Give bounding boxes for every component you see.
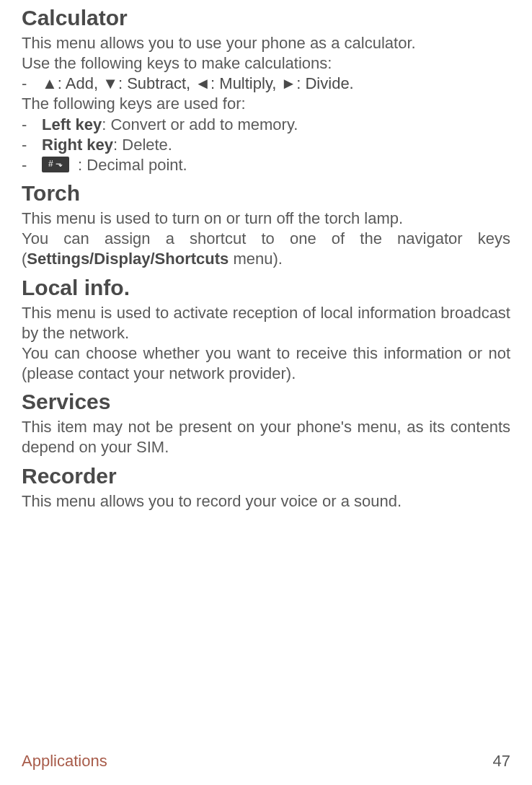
torch-desc-2: You can assign a shortcut to one of the … — [22, 229, 510, 269]
right-key-desc: : Delete. — [113, 136, 172, 154]
bullet-dash: - — [22, 115, 42, 135]
page-footer: Applications 47 — [22, 752, 510, 771]
section-services: Services This item may not be present on… — [22, 390, 510, 457]
hash-key-icon: # ⬎ — [42, 157, 69, 172]
footer-page-number: 47 — [493, 752, 510, 771]
bullet-dash: - — [22, 155, 42, 175]
heading-calculator: Calculator — [22, 6, 510, 30]
section-local-info: Local info. This menu is used to activat… — [22, 276, 510, 385]
arrow-up-add: ▲: Add, — [42, 74, 102, 92]
section-torch: Torch This menu is used to turn on or tu… — [22, 181, 510, 269]
arrow-right-divide: ►: Divide. — [280, 74, 353, 92]
torch-p2-b: menu). — [229, 250, 283, 268]
list-item: - # ⬎ : Decimal point. — [22, 155, 510, 175]
local-info-desc-1: This menu is used to activate reception … — [22, 303, 510, 343]
local-info-desc-2: You can choose whether you want to recei… — [22, 343, 510, 384]
arrow-down-subtract: ▼: Subtract, — [102, 74, 195, 92]
footer-section-name: Applications — [22, 752, 107, 771]
calculator-intro: This menu allows you to use your phone a… — [22, 33, 510, 53]
direction-keys-text: ▲: Add, ▼: Subtract, ◄: Multiply, ►: Div… — [42, 74, 354, 94]
arrow-left-multiply: ◄: Multiply, — [195, 74, 280, 92]
section-recorder: Recorder This menu allows you to record … — [22, 464, 510, 512]
bullet-dash: - — [22, 74, 42, 94]
bullet-dash: - — [22, 135, 42, 155]
list-item: - ▲: Add, ▼: Subtract, ◄: Multiply, ►: D… — [22, 74, 510, 94]
section-calculator: Calculator This menu allows you to use y… — [22, 6, 510, 175]
list-item: - Left key: Convert or add to memory. — [22, 115, 510, 135]
calculator-key-usage-list: - Left key: Convert or add to memory. - … — [22, 115, 510, 175]
left-key-item: Left key: Convert or add to memory. — [42, 115, 298, 135]
torch-desc-1: This menu is used to turn on or turn off… — [22, 209, 510, 229]
list-item: - Right key: Delete. — [22, 135, 510, 155]
heading-services: Services — [22, 390, 510, 414]
left-key-desc: : Convert or add to memory. — [102, 115, 298, 133]
heading-torch: Torch — [22, 181, 510, 206]
left-key-label: Left key — [42, 115, 102, 133]
services-desc: This item may not be present on your pho… — [22, 417, 510, 457]
calculator-keys-intro: Use the following keys to make calculati… — [22, 53, 510, 74]
right-key-label: Right key — [42, 136, 113, 154]
hash-key-item: # ⬎ : Decimal point. — [42, 155, 187, 175]
heading-recorder: Recorder — [22, 464, 510, 488]
calculator-operation-list: - ▲: Add, ▼: Subtract, ◄: Multiply, ►: D… — [22, 74, 510, 94]
torch-shortcut-path: Settings/Display/Shortcuts — [27, 250, 229, 268]
right-key-item: Right key: Delete. — [42, 135, 172, 155]
calculator-keys-extra: The following keys are used for: — [22, 94, 510, 114]
recorder-desc: This menu allows you to record your voic… — [22, 491, 510, 512]
heading-local-info: Local info. — [22, 276, 510, 300]
hash-key-desc: : Decimal point. — [74, 156, 187, 174]
